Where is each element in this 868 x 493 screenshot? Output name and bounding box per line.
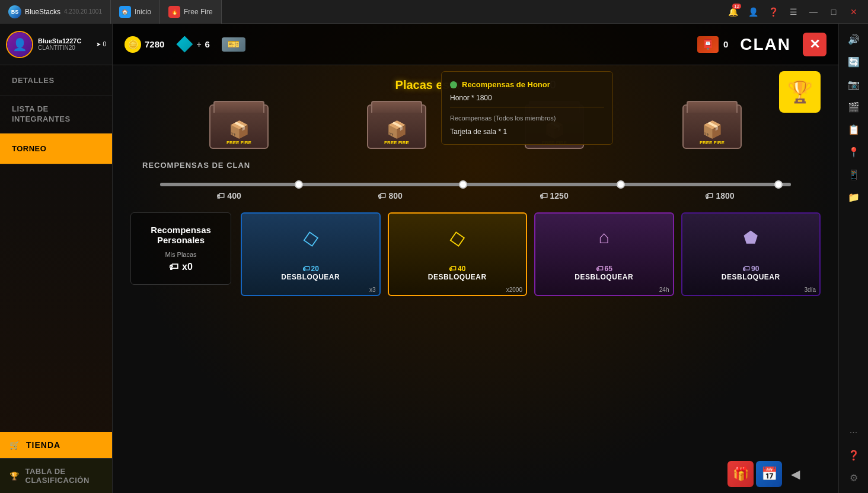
left-sidebar: 👤 BlueSta1227C CLANTITIN20 ➤ 0 DETALLES … bbox=[0, 24, 113, 493]
calendar-button[interactable]: 📅 bbox=[756, 461, 782, 487]
settings-button[interactable]: ⚙ bbox=[842, 467, 866, 488]
sidebar-item-lista-integrantes[interactable]: LISTA DEINTEGRANTES bbox=[0, 96, 112, 133]
sidebar-item-tienda[interactable]: 🛒 TIENDA bbox=[0, 432, 112, 458]
tag-icon-m3: 🏷 bbox=[540, 191, 548, 201]
tag-icon-m2: 🏷 bbox=[378, 191, 386, 201]
chest-label-4: FREE FIRE bbox=[700, 140, 725, 145]
notification-badge: 12 bbox=[732, 4, 741, 9]
video-button[interactable]: 🎬 bbox=[842, 96, 866, 117]
card-3-footer-text: 24h bbox=[659, 287, 669, 293]
location-button[interactable]: 📍 bbox=[842, 141, 866, 163]
video-icon: 🎬 bbox=[848, 101, 860, 113]
volume-button[interactable]: 🔊 bbox=[842, 28, 866, 50]
milestone-1: 🏷 400 bbox=[216, 191, 241, 201]
more-button[interactable]: ··· bbox=[842, 422, 866, 443]
milestone-3: 🏷 1250 bbox=[540, 191, 569, 201]
torneo-content: Placas esta temporada 🏷 0 🏆 Recompensas … bbox=[113, 65, 838, 493]
back-arrow-icon: ◀ bbox=[791, 467, 800, 481]
close-window-icon: ✕ bbox=[850, 7, 857, 17]
chest-lid-4 bbox=[687, 101, 738, 113]
screenshot-button[interactable]: 📷 bbox=[842, 74, 866, 95]
recompensas-row: RECOMPENSAS DE CLAN bbox=[142, 161, 809, 177]
tooltip-sala-row: Tarjeta de sala * 1 bbox=[450, 125, 604, 138]
gift-button[interactable]: 🎁 bbox=[727, 461, 754, 487]
card-1-icon-area: ◇ bbox=[242, 214, 379, 261]
chest-2: 📦 FREE FIRE bbox=[367, 104, 426, 149]
invite-count: 0 bbox=[723, 39, 728, 49]
top-bar-right: 🔔 12 👤 ❓ ☰ — □ ✕ bbox=[723, 2, 868, 21]
folder-button[interactable]: 📁 bbox=[842, 186, 866, 208]
minimize-button[interactable]: — bbox=[804, 2, 823, 21]
user-info: BlueSta1227C CLANTITIN20 bbox=[38, 37, 91, 51]
tab-freefire-label: Free Fire bbox=[184, 8, 213, 16]
unlock-button-1[interactable]: 🏷 20 DESBLOQUEAR bbox=[242, 261, 379, 285]
menu-button[interactable]: ☰ bbox=[784, 2, 803, 21]
coins-value: 7280 bbox=[145, 39, 164, 49]
help-button[interactable]: ❓ bbox=[764, 2, 783, 21]
copy-button[interactable]: 📋 bbox=[842, 119, 866, 140]
milestone-dot-2 bbox=[459, 180, 467, 189]
unlock-cost-3: 65 bbox=[605, 265, 612, 273]
close-window-button[interactable]: ✕ bbox=[844, 2, 863, 21]
chest-icon-4: 📦 bbox=[702, 120, 723, 139]
invite-group: 📮 0 bbox=[697, 36, 728, 53]
sidebar-item-torneo[interactable]: TORNEO bbox=[0, 133, 112, 164]
reward-card-4: ⬟ 🏷 90 DESBLOQUEAR 3día bbox=[681, 212, 821, 296]
unlock-tag-1: 🏷 20 bbox=[302, 265, 319, 273]
milestone-dot-1 bbox=[295, 180, 303, 189]
back-arrow-button[interactable]: ◀ bbox=[784, 463, 806, 485]
sidebar-item-detalles[interactable]: DETALLES bbox=[0, 65, 112, 96]
user-panel: 👤 BlueSta1227C CLANTITIN20 ➤ 0 bbox=[0, 24, 112, 65]
unlock-button-3[interactable]: 🏷 65 DESBLOQUEAR bbox=[535, 261, 673, 285]
tab-inicio[interactable]: 🏠 Inicio bbox=[111, 0, 160, 24]
restore-button[interactable]: □ bbox=[824, 2, 843, 21]
user-clan: CLANTITIN20 bbox=[38, 44, 91, 51]
main-content: 🪙 7280 + 6 🎫 📮 0 bbox=[113, 24, 838, 493]
reward-card-3: ⌂ 🏷 65 DESBLOQUEAR 24h bbox=[534, 212, 674, 296]
bluestacks-version: 4.230.20.1001 bbox=[64, 8, 102, 15]
personal-label-box: RecompensasPersonales Mis Placas 🏷 x0 bbox=[130, 212, 231, 285]
card-3-icon-area: ⌂ bbox=[535, 214, 673, 261]
top-bar-left: BS BlueStacks 4.230.20.1001 🏠 Inicio 🔥 F… bbox=[0, 0, 222, 24]
rotate-button[interactable]: 🔄 bbox=[842, 51, 866, 72]
currency-group: 🪙 7280 + 6 🎫 bbox=[125, 36, 245, 53]
diamond-icon bbox=[176, 36, 193, 53]
trophy-box: 🏆 bbox=[779, 71, 821, 113]
sidebar-item-clasificacion[interactable]: 🏆 TABLA DE CLASIFICACIÓN bbox=[0, 458, 112, 493]
tooltip-title: Recompensas de Honor bbox=[462, 80, 550, 89]
personal-section: RecompensasPersonales Mis Placas 🏷 x0 ◇ bbox=[130, 212, 821, 296]
phone-button[interactable]: 📱 bbox=[842, 164, 866, 185]
arrow-icon: ➤ bbox=[96, 41, 101, 47]
phone-icon: 📱 bbox=[848, 169, 860, 180]
tag-icon-card3: 🏷 bbox=[596, 265, 603, 273]
chest-label-1: FREE FIRE bbox=[226, 140, 251, 145]
location-icon: 📍 bbox=[848, 147, 860, 158]
close-clan-button[interactable]: ✕ bbox=[803, 33, 826, 56]
milestone-3-value: 1250 bbox=[550, 191, 569, 201]
restore-icon: □ bbox=[831, 7, 836, 17]
tooltip-sala-label: Tarjeta de sala * 1 bbox=[450, 128, 507, 136]
card-2-footer-text: x2000 bbox=[506, 287, 522, 293]
copy-icon: 📋 bbox=[848, 124, 860, 135]
help-side-button[interactable]: ❓ bbox=[842, 444, 866, 466]
unlock-label-1: DESBLOQUEAR bbox=[281, 273, 340, 281]
chest-icon-2: 📦 bbox=[387, 120, 407, 139]
chest-icon-1: 📦 bbox=[229, 120, 250, 139]
green-dot bbox=[450, 81, 457, 88]
freefire-icon: 🔥 bbox=[168, 6, 180, 18]
unlock-button-2[interactable]: 🏷 40 DESBLOQUEAR bbox=[389, 261, 526, 285]
progress-bar-container bbox=[160, 183, 791, 186]
volume-icon: 🔊 bbox=[848, 34, 860, 45]
game-area: 👤 BlueSta1227C CLANTITIN20 ➤ 0 DETALLES … bbox=[0, 24, 868, 493]
header-right: 📮 0 CLAN ✕ bbox=[697, 33, 826, 56]
unlock-button-4[interactable]: 🏷 90 DESBLOQUEAR bbox=[682, 261, 820, 285]
reward-card-1: ◇ 🏷 20 DESBLOQUEAR x3 bbox=[241, 212, 381, 296]
tab-freefire[interactable]: 🔥 Free Fire bbox=[160, 0, 222, 24]
unlock-cost-4: 90 bbox=[751, 265, 759, 273]
store-icon: 🛒 bbox=[9, 440, 20, 450]
bluestacks-tab[interactable]: BS BlueStacks 4.230.20.1001 bbox=[0, 0, 111, 24]
notification-button[interactable]: 🔔 12 bbox=[723, 2, 742, 21]
plus-icon: + bbox=[196, 40, 201, 49]
account-button[interactable]: 👤 bbox=[743, 2, 762, 21]
coin-icon: 🪙 bbox=[125, 36, 141, 53]
